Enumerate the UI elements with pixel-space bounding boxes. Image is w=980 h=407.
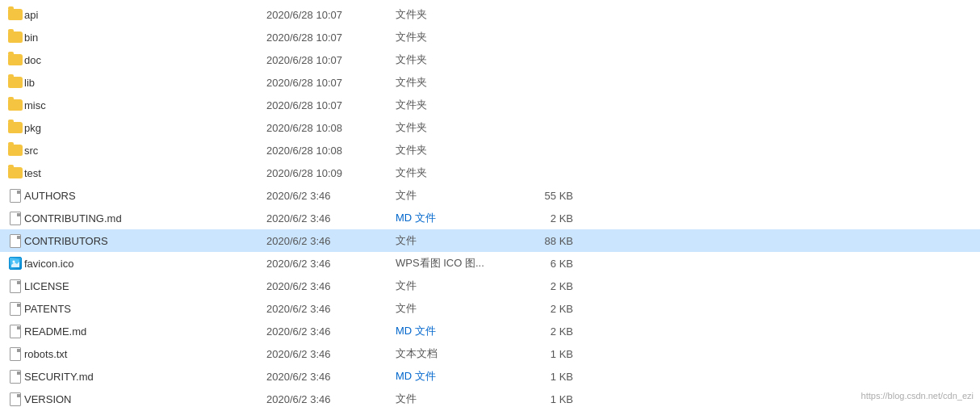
file-icon bbox=[10, 347, 21, 361]
file-date: 2020/6/2 3:46 bbox=[266, 371, 396, 383]
folder-icon bbox=[8, 77, 23, 88]
file-type: 文件 bbox=[396, 301, 509, 316]
file-size: 6 KB bbox=[509, 258, 573, 270]
file-date: 2020/6/2 3:46 bbox=[266, 325, 396, 338]
folder-icon bbox=[8, 99, 23, 111]
table-row[interactable]: SECURITY.md2020/6/2 3:46MD 文件1 KB bbox=[0, 365, 980, 388]
file-name: doc bbox=[24, 54, 266, 66]
file-name: lib bbox=[24, 77, 266, 89]
file-icon bbox=[10, 279, 21, 293]
file-name: api bbox=[24, 9, 266, 21]
file-name: misc bbox=[24, 99, 266, 111]
file-type: 文件夹 bbox=[396, 120, 509, 135]
file-name: test bbox=[24, 167, 266, 179]
table-row[interactable]: test2020/6/28 10:09文件夹 bbox=[0, 162, 980, 184]
file-name: LICENSE bbox=[24, 280, 266, 292]
table-row[interactable]: README.md2020/6/2 3:46MD 文件2 KB bbox=[0, 320, 980, 342]
file-type: 文本文档 bbox=[396, 346, 509, 361]
file-type: 文件夹 bbox=[396, 75, 509, 90]
file-date: 2020/6/28 10:07 bbox=[266, 99, 396, 111]
file-icon bbox=[10, 370, 21, 384]
table-row[interactable]: favicon.ico2020/6/2 3:46WPS看图 ICO 图...6 … bbox=[0, 252, 980, 275]
table-row[interactable]: api2020/6/28 10:07文件夹 bbox=[0, 3, 980, 26]
file-date: 2020/6/2 3:46 bbox=[266, 190, 396, 202]
file-name: AUTHORS bbox=[24, 190, 266, 202]
folder-icon bbox=[8, 9, 23, 20]
file-date: 2020/6/2 3:46 bbox=[266, 212, 396, 224]
file-type: 文件 bbox=[396, 279, 509, 293]
file-date: 2020/6/2 3:46 bbox=[266, 348, 396, 360]
file-size: 1 KB bbox=[509, 371, 573, 383]
file-size: 1 KB bbox=[509, 348, 573, 360]
file-icon bbox=[10, 212, 21, 225]
file-size: 55 KB bbox=[509, 190, 573, 202]
file-date: 2020/6/2 3:46 bbox=[266, 258, 396, 270]
file-type: 文件夹 bbox=[396, 7, 509, 22]
table-row[interactable]: pkg2020/6/28 10:08文件夹 bbox=[0, 116, 980, 139]
file-date: 2020/6/2 3:46 bbox=[266, 303, 396, 315]
table-row[interactable]: LICENSE2020/6/2 3:46文件2 KB bbox=[0, 275, 980, 297]
table-row[interactable]: robots.txt2020/6/2 3:46文本文档1 KB bbox=[0, 342, 980, 365]
file-date: 2020/6/28 10:07 bbox=[266, 77, 396, 89]
file-name: src bbox=[24, 145, 266, 157]
file-type: 文件 bbox=[396, 188, 509, 203]
file-date: 2020/6/28 10:07 bbox=[266, 54, 396, 66]
file-type: 文件 bbox=[396, 233, 509, 248]
file-size: 2 KB bbox=[509, 280, 573, 292]
file-icon bbox=[10, 325, 21, 338]
file-date: 2020/6/2 3:46 bbox=[266, 280, 396, 292]
file-name: CONTRIBUTORS bbox=[24, 235, 266, 247]
watermark-text: https://blog.csdn.net/cdn_ezi bbox=[861, 391, 974, 401]
table-row[interactable]: VERSION2020/6/2 3:46文件1 KB bbox=[0, 388, 980, 407]
file-size: 2 KB bbox=[509, 325, 573, 338]
file-type: MD 文件 bbox=[396, 369, 509, 384]
folder-icon bbox=[8, 31, 23, 43]
file-date: 2020/6/28 10:08 bbox=[266, 145, 396, 157]
file-size: 2 KB bbox=[509, 212, 573, 224]
file-type: 文件夹 bbox=[396, 166, 509, 180]
file-date: 2020/6/2 3:46 bbox=[266, 235, 396, 247]
file-size: 1 KB bbox=[509, 393, 573, 405]
file-size: 88 KB bbox=[509, 235, 573, 247]
folder-icon bbox=[8, 167, 23, 178]
table-row[interactable]: bin2020/6/28 10:07文件夹 bbox=[0, 26, 980, 48]
table-row[interactable]: CONTRIBUTING.md2020/6/2 3:46MD 文件2 KB bbox=[0, 207, 980, 229]
file-icon bbox=[10, 189, 21, 203]
file-list: api2020/6/28 10:07文件夹bin2020/6/28 10:07文… bbox=[0, 0, 980, 407]
file-type: 文件夹 bbox=[396, 30, 509, 44]
image-icon bbox=[9, 257, 22, 270]
table-row[interactable]: CONTRIBUTORS2020/6/2 3:46文件88 KB bbox=[0, 229, 980, 252]
file-type: WPS看图 ICO 图... bbox=[396, 256, 509, 271]
file-date: 2020/6/28 10:07 bbox=[266, 9, 396, 21]
file-type: 文件 bbox=[396, 392, 509, 406]
file-date: 2020/6/28 10:08 bbox=[266, 122, 396, 134]
file-type: 文件夹 bbox=[396, 98, 509, 112]
table-row[interactable]: AUTHORS2020/6/2 3:46文件55 KB bbox=[0, 184, 980, 207]
file-name: PATENTS bbox=[24, 303, 266, 315]
file-name: pkg bbox=[24, 122, 266, 134]
folder-icon bbox=[8, 54, 23, 65]
file-name: VERSION bbox=[24, 393, 266, 405]
file-date: 2020/6/2 3:46 bbox=[266, 393, 396, 405]
table-row[interactable]: doc2020/6/28 10:07文件夹 bbox=[0, 48, 980, 71]
file-icon bbox=[10, 302, 21, 316]
table-row[interactable]: lib2020/6/28 10:07文件夹 bbox=[0, 71, 980, 94]
table-row[interactable]: PATENTS2020/6/2 3:46文件2 KB bbox=[0, 297, 980, 320]
file-icon bbox=[10, 234, 21, 248]
file-name: README.md bbox=[24, 325, 266, 338]
file-icon bbox=[10, 392, 21, 406]
file-name: bin bbox=[24, 31, 266, 44]
file-name: SECURITY.md bbox=[24, 371, 266, 383]
table-row[interactable]: misc2020/6/28 10:07文件夹 bbox=[0, 94, 980, 116]
folder-icon bbox=[8, 122, 23, 133]
file-type: 文件夹 bbox=[396, 143, 509, 157]
folder-icon bbox=[8, 145, 23, 156]
file-size: 2 KB bbox=[509, 303, 573, 315]
file-name: favicon.ico bbox=[24, 258, 266, 270]
file-date: 2020/6/28 10:07 bbox=[266, 31, 396, 44]
file-type: MD 文件 bbox=[396, 211, 509, 225]
file-type: MD 文件 bbox=[396, 324, 509, 338]
file-type: 文件夹 bbox=[396, 52, 509, 67]
file-date: 2020/6/28 10:09 bbox=[266, 167, 396, 179]
table-row[interactable]: src2020/6/28 10:08文件夹 bbox=[0, 139, 980, 162]
